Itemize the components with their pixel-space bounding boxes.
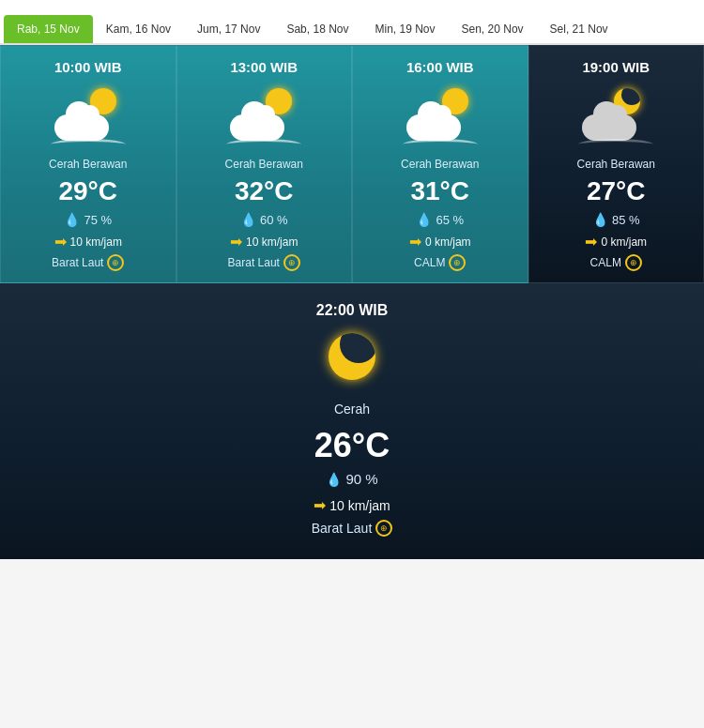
- header: [0, 0, 704, 15]
- card-time-0: 10:00 WIB: [8, 59, 168, 75]
- card-humidity-2: 💧 65 %: [360, 212, 520, 227]
- bottom-time: 22:00 WIB: [15, 302, 689, 319]
- card-temp-2: 31°C: [360, 176, 520, 206]
- drop-icon: 💧: [326, 472, 342, 487]
- weather-card-0: 10:00 WIB Cerah Berawan 29°C 💧 75 % ➡ 10…: [0, 45, 176, 283]
- card-humidity-3: 💧 85 %: [537, 212, 696, 227]
- date-tabs: Rab, 15 NovKam, 16 NovJum, 17 NovSab, 18…: [0, 15, 704, 45]
- card-direction-0: Barat Laut ⊕: [8, 254, 168, 271]
- moon-cloud-icon: [578, 84, 653, 150]
- card-condition-2: Cerah Berawan: [360, 158, 520, 171]
- tab-2[interactable]: Jum, 17 Nov: [184, 15, 273, 43]
- drop-icon-3: 💧: [592, 212, 608, 227]
- tab-4[interactable]: Min, 19 Nov: [361, 15, 448, 43]
- card-temp-1: 32°C: [185, 176, 344, 206]
- compass-icon-1: ⊕: [283, 254, 300, 271]
- card-temp-0: 29°C: [8, 176, 168, 206]
- sun-cloud-icon: [226, 84, 301, 150]
- compass-icon: ⊕: [375, 520, 392, 537]
- bottom-wind-value: 10 km/jam: [329, 498, 390, 513]
- bottom-direction-label: Barat Laut: [312, 521, 373, 536]
- bottom-wind: ➡ 10 km/jam: [15, 496, 689, 514]
- card-direction-1: Barat Laut ⊕: [185, 254, 344, 271]
- card-wind-2: ➡ 0 km/jam: [360, 233, 520, 250]
- card-wind-1: ➡ 10 km/jam: [185, 233, 344, 250]
- drop-icon-2: 💧: [416, 212, 432, 227]
- moon-icon: [319, 328, 385, 394]
- tab-5[interactable]: Sen, 20 Nov: [449, 15, 537, 43]
- card-direction-3: CALM ⊕: [537, 254, 696, 271]
- sun-cloud-icon: [403, 84, 478, 150]
- tab-6[interactable]: Sel, 21 Nov: [537, 15, 621, 43]
- card-humidity-1: 💧 60 %: [185, 212, 344, 227]
- card-humidity-0: 💧 75 %: [8, 212, 168, 227]
- bottom-temperature: 26°C: [15, 426, 689, 465]
- weather-card-1: 13:00 WIB Cerah Berawan 32°C 💧 60 % ➡ 10…: [176, 45, 353, 283]
- compass-icon-3: ⊕: [625, 254, 642, 271]
- wind-arrow-0: ➡: [54, 233, 67, 250]
- card-time-1: 13:00 WIB: [185, 59, 344, 75]
- card-temp-3: 27°C: [537, 176, 696, 206]
- tab-1[interactable]: Kam, 16 Nov: [93, 15, 184, 43]
- wind-arrow-1: ➡: [230, 233, 242, 250]
- bottom-direction: Barat Laut ⊕: [15, 520, 689, 537]
- card-wind-3: ➡ 0 km/jam: [537, 233, 696, 250]
- card-condition-0: Cerah Berawan: [8, 158, 168, 171]
- card-wind-0: ➡ 10 km/jam: [8, 233, 168, 250]
- weather-card-3: 19:00 WIB Cerah Berawan 27°C 💧 85 % ➡ 0 …: [528, 45, 705, 283]
- wind-arrow-icon: ➡: [314, 496, 326, 514]
- compass-icon-2: ⊕: [449, 254, 466, 271]
- weather-bottom-card: 22:00 WIB Cerah 26°C 💧 90 % ➡ 10 km/jam …: [0, 283, 704, 559]
- weather-grid: 10:00 WIB Cerah Berawan 29°C 💧 75 % ➡ 10…: [0, 45, 704, 283]
- weather-card-2: 16:00 WIB Cerah Berawan 31°C 💧 65 % ➡ 0 …: [352, 45, 528, 283]
- bottom-humidity-value: 90 %: [345, 471, 377, 487]
- bottom-condition: Cerah: [15, 402, 689, 417]
- tab-0[interactable]: Rab, 15 Nov: [4, 15, 93, 43]
- drop-icon-0: 💧: [64, 212, 80, 227]
- drop-icon-1: 💧: [240, 212, 256, 227]
- wind-arrow-2: ➡: [409, 233, 421, 250]
- compass-icon-0: ⊕: [107, 254, 124, 271]
- card-time-3: 19:00 WIB: [537, 59, 696, 75]
- card-direction-2: CALM ⊕: [360, 254, 520, 271]
- bottom-humidity: 💧 90 %: [15, 471, 689, 487]
- card-condition-1: Cerah Berawan: [185, 158, 344, 171]
- card-condition-3: Cerah Berawan: [537, 158, 696, 171]
- sun-cloud-icon: [51, 84, 126, 150]
- wind-arrow-3: ➡: [585, 233, 597, 250]
- card-time-2: 16:00 WIB: [360, 59, 520, 75]
- tab-3[interactable]: Sab, 18 Nov: [273, 15, 361, 43]
